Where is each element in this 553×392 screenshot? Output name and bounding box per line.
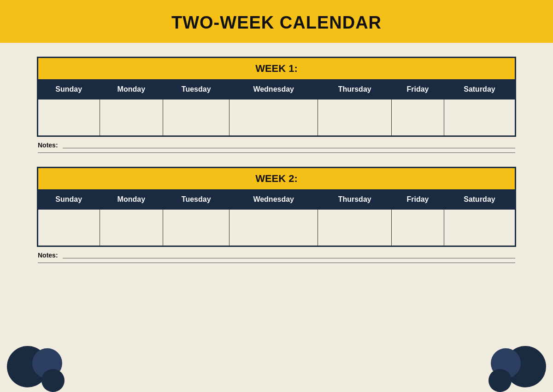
week2-friday-cell[interactable] bbox=[392, 210, 444, 246]
week1-thursday-cell[interactable] bbox=[318, 99, 392, 136]
week2-section: WEEK 2: Sunday Monday Tuesday Wednesday … bbox=[37, 167, 516, 263]
week2-thursday-cell[interactable] bbox=[318, 210, 392, 246]
week2-sunday-cell[interactable] bbox=[38, 210, 100, 246]
deco-bottom-left bbox=[0, 341, 74, 392]
week2-notes-underline bbox=[63, 252, 515, 258]
week2-days-row: Sunday Monday Tuesday Wednesday Thursday… bbox=[38, 190, 516, 210]
week1-saturday-cell[interactable] bbox=[444, 99, 515, 136]
week1-notes-line1: Notes: bbox=[38, 141, 515, 149]
week2-table: WEEK 2: Sunday Monday Tuesday Wednesday … bbox=[37, 167, 516, 247]
week1-notes-line2 bbox=[38, 152, 515, 153]
week1-saturday-header: Saturday bbox=[444, 80, 515, 99]
week1-friday-cell[interactable] bbox=[392, 99, 444, 136]
week2-thursday-header: Thursday bbox=[318, 190, 392, 210]
week1-header-cell: WEEK 1: bbox=[38, 58, 516, 80]
week1-tuesday-cell[interactable] bbox=[163, 99, 229, 136]
week2-notes-line1: Notes: bbox=[38, 252, 515, 259]
week1-days-row: Sunday Monday Tuesday Wednesday Thursday… bbox=[38, 80, 516, 99]
br-circle3 bbox=[488, 369, 512, 392]
week2-notes-section: Notes: bbox=[37, 252, 516, 263]
week1-friday-header: Friday bbox=[392, 80, 444, 99]
week1-section: WEEK 1: Sunday Monday Tuesday Wednesday … bbox=[37, 57, 516, 153]
week2-cells-row bbox=[38, 210, 516, 246]
week2-header-cell: WEEK 2: bbox=[38, 168, 516, 190]
week1-monday-cell[interactable] bbox=[100, 99, 163, 136]
week1-sunday-cell[interactable] bbox=[38, 99, 100, 136]
bl-circle3 bbox=[41, 369, 65, 392]
week2-monday-cell[interactable] bbox=[100, 210, 163, 246]
week1-cells-row bbox=[38, 99, 516, 136]
week1-monday-header: Monday bbox=[100, 80, 163, 99]
deco-bottom-right bbox=[479, 341, 553, 392]
week2-notes-line2 bbox=[38, 263, 515, 263]
week2-wednesday-header: Wednesday bbox=[229, 190, 318, 210]
week2-monday-header: Monday bbox=[100, 190, 163, 210]
week1-notes-underline bbox=[63, 142, 515, 148]
week2-saturday-header: Saturday bbox=[444, 190, 515, 210]
week2-saturday-cell[interactable] bbox=[444, 210, 515, 246]
week2-friday-header: Friday bbox=[392, 190, 444, 210]
week2-wednesday-cell[interactable] bbox=[229, 210, 318, 246]
week2-notes-label: Notes: bbox=[38, 252, 58, 259]
week1-wednesday-header: Wednesday bbox=[229, 80, 318, 99]
week2-sunday-header: Sunday bbox=[38, 190, 100, 210]
week1-table: WEEK 1: Sunday Monday Tuesday Wednesday … bbox=[37, 57, 516, 137]
week1-wednesday-cell[interactable] bbox=[229, 99, 318, 136]
week1-header-row: WEEK 1: bbox=[38, 58, 516, 80]
week2-header-row: WEEK 2: bbox=[38, 168, 516, 190]
week1-notes-label: Notes: bbox=[38, 141, 58, 149]
week2-tuesday-header: Tuesday bbox=[163, 190, 229, 210]
page-title: TWO-WEEK CALENDAR bbox=[171, 13, 382, 32]
page-header: TWO-WEEK CALENDAR bbox=[0, 0, 553, 43]
week1-sunday-header: Sunday bbox=[38, 80, 100, 99]
week2-tuesday-cell[interactable] bbox=[163, 210, 229, 246]
week1-tuesday-header: Tuesday bbox=[163, 80, 229, 99]
week1-notes-section: Notes: bbox=[37, 141, 516, 153]
week1-thursday-header: Thursday bbox=[318, 80, 392, 99]
main-content: WEEK 1: Sunday Monday Tuesday Wednesday … bbox=[0, 43, 553, 286]
